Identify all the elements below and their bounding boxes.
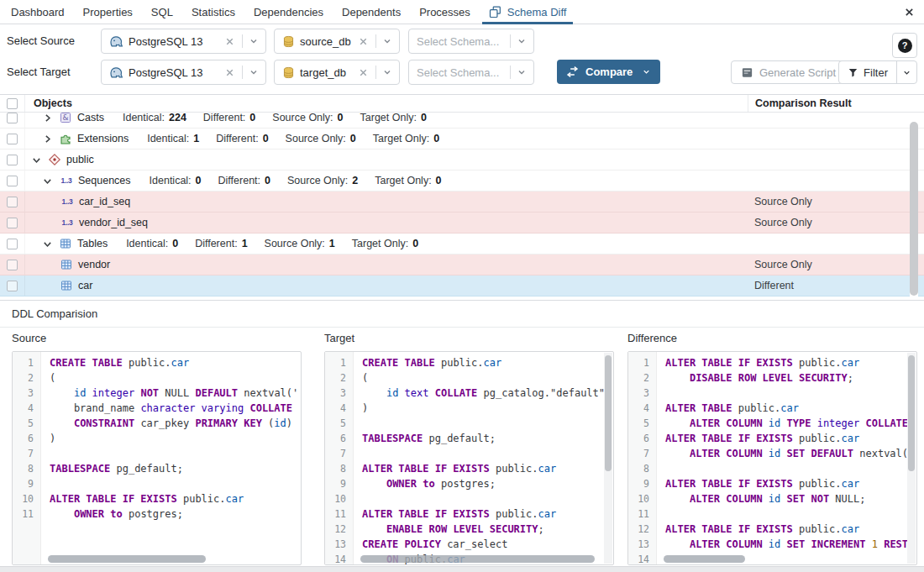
tab-sql[interactable]: SQL	[142, 0, 182, 24]
scrollbar-thumb[interactable]	[664, 555, 745, 563]
tab-dependencies[interactable]: Dependencies	[244, 0, 333, 24]
object-label: Sequences	[78, 175, 131, 186]
scrollbar-thumb[interactable]	[48, 555, 206, 563]
ddl-pane-title: Difference	[627, 328, 917, 351]
pane-horizontal-scrollbar[interactable]	[355, 555, 602, 563]
line-number-gutter: 1234567891011121314	[628, 352, 657, 564]
chevron-down-icon[interactable]	[41, 175, 54, 187]
line-number: 9	[13, 476, 40, 491]
select-all-cell	[0, 95, 25, 112]
row-checkbox[interactable]	[7, 197, 18, 207]
code-area[interactable]: CREATE TABLE public.car( id text COLLATE…	[354, 352, 613, 564]
scrollbar-thumb[interactable]	[360, 555, 595, 563]
source-server-select[interactable]: PostgreSQL 13	[101, 29, 266, 54]
line-number: 7	[13, 446, 40, 461]
code-line: )	[50, 431, 301, 446]
chevron-down-icon[interactable]	[517, 36, 527, 46]
scrollbar-thumb[interactable]	[908, 355, 915, 471]
count-value: 0	[421, 113, 427, 123]
clear-icon[interactable]	[224, 67, 235, 78]
grid-row-car[interactable]: carDifferent	[0, 276, 924, 296]
code-line: CONSTRAINT car_pkey PRIMARY KEY (id)	[50, 416, 301, 431]
filter-dropdown-toggle[interactable]	[896, 61, 916, 83]
line-number: 1	[628, 355, 656, 370]
select-all-checkbox[interactable]	[7, 98, 18, 109]
line-number: 4	[13, 401, 40, 416]
grid-row-extensions[interactable]: ExtensionsIdentical:1Different:0Source O…	[0, 129, 924, 150]
pane-horizontal-scrollbar[interactable]	[43, 555, 290, 563]
clear-icon[interactable]	[358, 67, 369, 78]
pane-vertical-scrollbar[interactable]	[604, 353, 612, 564]
filter-button[interactable]: Filter	[838, 60, 917, 84]
compare-button[interactable]: Compare	[557, 60, 660, 84]
grid-row-public[interactable]: public	[0, 150, 924, 171]
tab-schema-diff[interactable]: Schema Diff	[480, 0, 576, 24]
divider	[375, 34, 376, 48]
filter-button-main[interactable]: Filter	[839, 61, 896, 83]
generate-script-button[interactable]: Generate Script	[731, 60, 846, 84]
tab-dependents[interactable]: Dependents	[333, 0, 410, 24]
count-label: Target Only:	[352, 238, 408, 249]
chevron-down-icon[interactable]	[642, 67, 651, 76]
chevron-down-icon[interactable]	[249, 67, 259, 77]
target-schema-select[interactable]: Select Schema...	[408, 60, 534, 85]
chevron-down-icon	[902, 68, 911, 77]
target-server-select[interactable]: PostgreSQL 13	[101, 60, 266, 85]
grid-row-vendor-id-seq[interactable]: 1..3vendor_id_seqSource Only	[0, 213, 924, 234]
tab-properties[interactable]: Properties	[74, 0, 142, 24]
chevron-right-icon[interactable]	[41, 133, 54, 145]
tab-label: Properties	[83, 6, 133, 18]
source-schema-select[interactable]: Select Schema...	[408, 29, 534, 54]
row-checkbox[interactable]	[7, 281, 18, 291]
clear-icon[interactable]	[358, 36, 369, 47]
code-area[interactable]: ALTER TABLE IF EXISTS public.car DISABLE…	[657, 352, 916, 564]
row-checkbox[interactable]	[7, 239, 18, 249]
divider	[242, 34, 243, 48]
count-label: Identical:	[147, 133, 189, 144]
chevron-down-icon[interactable]	[41, 238, 54, 250]
count-label: Different:	[216, 133, 259, 144]
chevron-down-icon[interactable]	[30, 154, 43, 166]
row-checkbox[interactable]	[7, 176, 18, 186]
tab-dashboard[interactable]: Dashboard	[2, 0, 74, 24]
row-checkbox[interactable]	[7, 155, 18, 165]
grid-row-sequences[interactable]: 1..3SequencesIdentical:0Different:0Sourc…	[0, 171, 924, 192]
count-value: 0	[263, 133, 269, 144]
code-line: DISABLE ROW LEVEL SECURITY;	[665, 370, 916, 386]
tab-processes[interactable]: Processes	[410, 0, 480, 24]
pane-horizontal-scrollbar[interactable]	[659, 555, 906, 563]
scrollbar-thumb[interactable]	[605, 355, 612, 471]
count-label: Source Only:	[287, 175, 348, 186]
grid-row-casts[interactable]: &CastsIdentical:224Different:0Source Onl…	[0, 113, 924, 129]
tab-statistics[interactable]: Statistics	[182, 0, 244, 24]
source-database-select[interactable]: source_db	[274, 29, 400, 54]
chevron-down-icon[interactable]	[249, 36, 259, 46]
chevron-right-icon[interactable]	[41, 113, 54, 124]
clear-icon[interactable]	[224, 36, 235, 47]
row-checkbox[interactable]	[7, 260, 18, 270]
pane-vertical-scrollbar[interactable]	[907, 353, 916, 564]
object-label: vendor	[78, 259, 110, 270]
chevron-down-icon[interactable]	[517, 67, 527, 77]
code-area[interactable]: CREATE TABLE public.car( id integer NOT …	[41, 352, 301, 564]
grid-vertical-scrollbar[interactable]	[910, 113, 918, 298]
row-checkbox[interactable]	[7, 113, 18, 123]
chevron-down-icon[interactable]	[382, 67, 392, 77]
code-editor-source: 1234567891011CREATE TABLE public.car( id…	[12, 351, 302, 565]
count-label: Source Only:	[272, 113, 333, 123]
target-database-select[interactable]: target_db	[274, 60, 400, 85]
grid-row-car-id-seq[interactable]: 1..3car_id_seqSource Only	[0, 192, 924, 213]
row-checkbox[interactable]	[7, 218, 18, 228]
scrollbar-thumb[interactable]	[910, 122, 918, 296]
postgresql-icon	[109, 66, 123, 80]
help-button[interactable]: ?	[892, 33, 917, 58]
grid-row-tables[interactable]: TablesIdentical:0Different:1Source Only:…	[0, 234, 924, 255]
ddl-pane-source: Source1234567891011CREATE TABLE public.c…	[12, 328, 302, 565]
count-source-only: Source Only:0	[272, 113, 343, 123]
close-icon[interactable]	[903, 6, 916, 18]
casts-icon: &	[58, 113, 72, 125]
row-checkbox[interactable]	[7, 134, 18, 144]
code-editor-target: 1234567891011121314CREATE TABLE public.c…	[324, 351, 614, 565]
grid-row-vendor[interactable]: vendorSource Only	[0, 255, 924, 276]
chevron-down-icon[interactable]	[382, 36, 392, 46]
